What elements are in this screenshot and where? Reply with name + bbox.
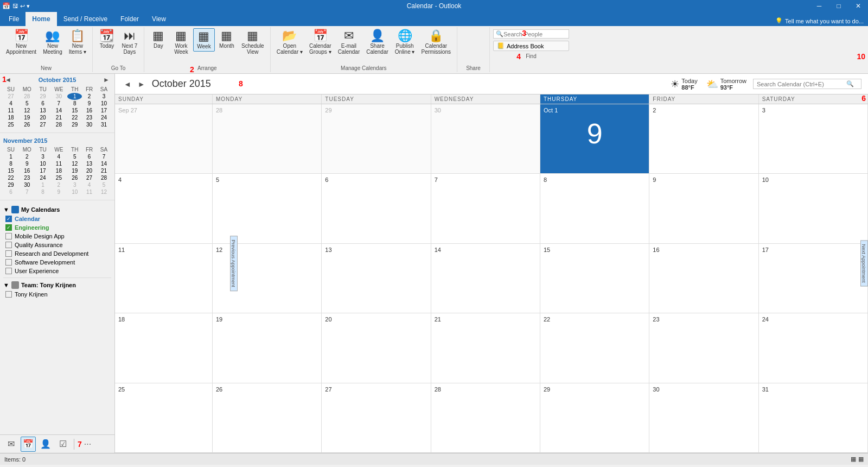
mini-cal-day[interactable]: 1 xyxy=(36,181,50,188)
mini-cal-day[interactable]: 5 xyxy=(67,153,82,160)
mini-cal-day[interactable]: 11 xyxy=(82,188,97,195)
cal-cell[interactable]: 21 xyxy=(431,313,540,383)
mini-cal-day[interactable]: 5 xyxy=(18,100,36,107)
mini-cal-day[interactable]: 4 xyxy=(82,181,97,188)
mini-cal-day[interactable]: 23 xyxy=(82,114,97,121)
mini-cal-next-btn[interactable]: ► xyxy=(101,76,111,84)
mini-cal-day[interactable]: 9 xyxy=(18,160,36,167)
cal-item-quality-assurance[interactable]: Quality Assurance xyxy=(3,241,111,249)
mini-cal-day[interactable]: 8 xyxy=(36,188,50,195)
cal-cell[interactable]: 22 xyxy=(540,313,649,383)
mini-cal-day[interactable]: 2 xyxy=(82,93,97,100)
mail-nav-btn[interactable]: ✉ xyxy=(3,437,18,452)
mini-cal-day[interactable]: 7 xyxy=(50,100,68,107)
month-view-btn[interactable]: ▦ Month xyxy=(216,28,238,51)
calendar-groups-btn[interactable]: 📅 CalendarGroups ▾ xyxy=(307,28,334,56)
mini-cal-day[interactable]: 5 xyxy=(97,181,111,188)
cal-cell[interactable]: 27 xyxy=(322,383,431,453)
tell-me-box[interactable]: 💡 Tell me what you want to do... xyxy=(775,17,864,24)
mini-cal-day[interactable]: 18 xyxy=(50,167,68,174)
cal-next-month-btn[interactable]: ► xyxy=(136,80,148,89)
mini-cal-day[interactable]: 9 xyxy=(82,100,97,107)
cal-cell[interactable]: Sep 27 xyxy=(115,104,213,174)
cal-cell[interactable]: 28 xyxy=(213,104,322,174)
mini-cal-day[interactable]: 6 xyxy=(36,100,50,107)
publish-online-btn[interactable]: 🌐 PublishOnline ▾ xyxy=(392,28,418,56)
cal-checkbox-tony[interactable] xyxy=(5,291,12,298)
mini-cal-day[interactable]: 24 xyxy=(97,114,111,121)
next7days-btn[interactable]: ⏭ Next 7Days xyxy=(119,28,141,56)
mini-cal-day[interactable]: 9 xyxy=(50,188,68,195)
cal-cell[interactable]: 3 xyxy=(759,104,868,174)
cal-checkbox-mobile-design[interactable] xyxy=(5,233,12,239)
cal-item-user-experience[interactable]: User Experience xyxy=(3,267,111,275)
cal-cell[interactable]: 17 xyxy=(759,244,868,313)
mini-cal-day[interactable]: 11 xyxy=(3,107,18,114)
mini-cal-day[interactable]: 27 xyxy=(36,121,50,128)
cal-cell[interactable]: 28 xyxy=(431,383,540,453)
mini-cal-day[interactable]: 16 xyxy=(82,107,97,114)
mini-cal-day[interactable]: 11 xyxy=(50,160,68,167)
minimize-btn[interactable]: ─ xyxy=(809,0,829,12)
cal-cell[interactable]: 25 xyxy=(115,383,213,453)
cal-cell[interactable]: 4 xyxy=(115,174,213,243)
tab-view[interactable]: View xyxy=(145,12,173,26)
cal-cell[interactable]: 14 xyxy=(431,244,540,313)
team-section-header[interactable]: ▼ Team: Tony Krijnen xyxy=(3,280,111,290)
cal-cell[interactable]: 16 xyxy=(649,244,758,313)
cal-checkbox-research-dev[interactable] xyxy=(5,250,12,257)
mini-cal-day[interactable]: 4 xyxy=(50,153,68,160)
cal-cell[interactable]: 30 xyxy=(431,104,540,174)
cal-cell[interactable]: 26 xyxy=(213,383,322,453)
cal-cell[interactable]: 13 xyxy=(322,244,431,313)
today-btn[interactable]: 📆 Today xyxy=(96,28,118,51)
email-calendar-btn[interactable]: ✉ E-mailCalendar xyxy=(335,28,363,56)
cal-cell[interactable]: 29 xyxy=(322,104,431,174)
mini-cal-day[interactable]: 24 xyxy=(36,174,50,181)
new-appointment-btn[interactable]: 📅 NewAppointment xyxy=(3,28,39,56)
mini-cal-day[interactable]: 22 xyxy=(3,174,18,181)
mini-cal-day[interactable]: 1 xyxy=(67,93,82,100)
mini-cal-day[interactable]: 12 xyxy=(97,188,111,195)
mini-cal-day[interactable]: 27 xyxy=(3,93,18,100)
cal-checkbox-calendar[interactable]: ✓ xyxy=(5,216,12,222)
mini-cal-day[interactable]: 3 xyxy=(36,153,50,160)
close-btn[interactable]: ✕ xyxy=(848,0,868,12)
share-calendar-btn[interactable]: 👤 ShareCalendar xyxy=(363,28,391,56)
mini-cal-day[interactable]: 15 xyxy=(67,107,82,114)
tab-file[interactable]: File xyxy=(2,12,25,26)
mini-cal-day[interactable]: 21 xyxy=(50,114,68,121)
people-nav-btn[interactable]: 👤 xyxy=(38,437,53,452)
workweek-view-btn[interactable]: ▦ WorkWeek xyxy=(170,28,192,56)
cal-cell[interactable]: 5 xyxy=(213,174,322,243)
mini-cal-day[interactable]: 2 xyxy=(50,181,68,188)
mini-cal-day[interactable]: 30 xyxy=(18,181,36,188)
address-book-btn[interactable]: 📒 Address Book xyxy=(493,41,569,51)
cal-cell[interactable]: 6 xyxy=(322,174,431,243)
cal-cell[interactable]: 12 xyxy=(213,244,322,313)
cal-cell[interactable]: 2 xyxy=(649,104,758,174)
cal-cell[interactable]: 24 xyxy=(759,313,868,383)
cal-cell[interactable]: 18 xyxy=(115,313,213,383)
cal-cell[interactable]: 19 xyxy=(213,313,322,383)
search-people-box[interactable]: 🔍 xyxy=(493,29,569,39)
mini-cal-day[interactable]: 3 xyxy=(67,181,82,188)
cal-cell[interactable]: 29 xyxy=(540,383,649,453)
mini-cal-day[interactable]: 6 xyxy=(3,188,18,195)
mini-cal-day[interactable]: 12 xyxy=(18,107,36,114)
cal-cell[interactable]: 11 xyxy=(115,244,213,313)
mini-cal-day[interactable]: 1 xyxy=(3,153,18,160)
mini-cal-day[interactable]: 2 xyxy=(18,153,36,160)
mini-cal-day[interactable]: 16 xyxy=(18,167,36,174)
tab-folder[interactable]: Folder xyxy=(114,12,145,26)
next-appointment-tab[interactable]: Next Appointment xyxy=(860,240,868,286)
mini-cal-day[interactable]: 14 xyxy=(50,107,68,114)
cal-checkbox-user-experience[interactable] xyxy=(5,268,12,274)
mini-cal-day[interactable]: 26 xyxy=(67,174,82,181)
cal-cell[interactable]: 23 xyxy=(649,313,758,383)
mini-cal-day[interactable]: 28 xyxy=(50,121,68,128)
open-calendar-btn[interactable]: 📂 OpenCalendar ▾ xyxy=(274,28,305,56)
mini-cal-day[interactable]: 10 xyxy=(97,100,111,107)
mini-cal-day[interactable]: 10 xyxy=(36,160,50,167)
new-items-btn[interactable]: 📋 NewItems ▾ xyxy=(66,28,89,56)
